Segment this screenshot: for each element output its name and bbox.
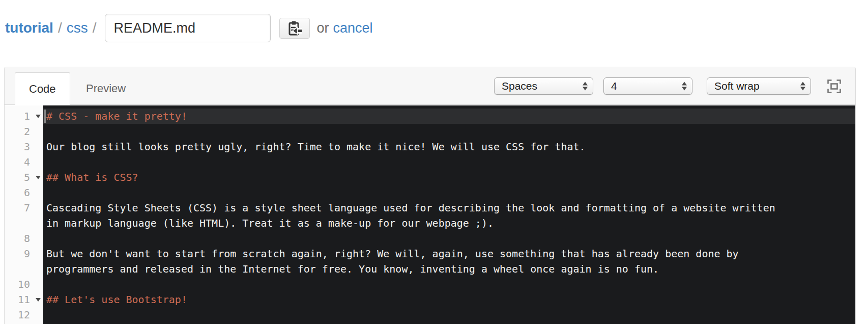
gutter-row[interactable]: 8	[5, 231, 43, 246]
line-number: 9	[24, 248, 30, 260]
indent-mode-select[interactable]: Spaces	[494, 77, 593, 95]
tab-preview-label: Preview	[86, 82, 126, 95]
code-text: in markup language (like HTML). Treat it…	[46, 217, 494, 229]
code-text: programmers and released in the Internet…	[46, 263, 659, 275]
line-number: 7	[24, 202, 30, 214]
indent-size-select[interactable]: 4	[603, 77, 692, 95]
code-line[interactable]	[43, 307, 855, 322]
gutter-row[interactable]: 2	[5, 124, 43, 139]
code-line[interactable]: ## What is CSS?	[43, 170, 855, 185]
fold-arrow-icon[interactable]	[36, 176, 41, 179]
line-number: 5	[24, 171, 30, 183]
gutter-row[interactable]: 7	[5, 200, 43, 215]
tab-preview[interactable]: Preview	[81, 72, 131, 104]
cancel-link[interactable]: cancel	[333, 20, 372, 36]
indent-mode-value: Spaces	[502, 80, 537, 92]
line-number: 11	[18, 293, 30, 306]
code-text: ## Let's use Bootstrap!	[46, 293, 187, 306]
code-text: Our blog still looks pretty ugly, right?…	[46, 141, 586, 153]
code-line[interactable]: ## Let's use Bootstrap!	[43, 292, 855, 307]
code-text: # CSS - make it pretty!	[46, 110, 187, 122]
line-number: 1	[24, 110, 30, 122]
breadcrumb-separator: /	[53, 20, 67, 36]
select-arrows-icon	[682, 82, 687, 91]
code-line[interactable]: Cascading Style Sheets (CSS) is a style …	[43, 200, 855, 215]
editor-gutter: 12345678910111213	[5, 105, 43, 324]
gutter-row[interactable]	[5, 261, 43, 277]
wrap-mode-select[interactable]: Soft wrap	[707, 77, 811, 95]
select-arrows-icon	[800, 82, 805, 91]
filename-input[interactable]	[105, 14, 271, 42]
text-cursor	[44, 110, 46, 123]
code-line[interactable]: Our blog still looks pretty ugly, right?…	[43, 139, 855, 154]
line-number: 2	[24, 125, 30, 138]
gutter-row[interactable]	[5, 215, 43, 231]
indent-size-value: 4	[611, 80, 617, 92]
file-path-header: tutorial / css / or cancel	[5, 14, 373, 42]
code-line[interactable]	[43, 124, 855, 139]
or-label: or	[316, 20, 329, 36]
code-text: ## What is CSS?	[46, 171, 138, 183]
line-number: 3	[24, 141, 30, 153]
code-line[interactable]: in markup language (like HTML). Treat it…	[43, 215, 855, 231]
fold-arrow-icon[interactable]	[36, 298, 41, 302]
gutter-row[interactable]: 9	[5, 246, 43, 261]
gutter-row[interactable]: 5	[5, 170, 43, 185]
editor-header: Code Preview Spaces 4 Soft wrap	[5, 67, 855, 105]
line-number: 6	[24, 186, 30, 199]
code-editor-body: 12345678910111213 # CSS - make it pretty…	[5, 105, 855, 324]
gutter-row[interactable]: 4	[5, 154, 43, 170]
line-number: 8	[24, 232, 30, 245]
code-line[interactable]: programmers and released in the Internet…	[43, 261, 855, 277]
code-text: Cascading Style Sheets (CSS) is a style …	[46, 202, 775, 214]
breadcrumb-folder-link[interactable]: css	[67, 20, 88, 36]
gutter-row[interactable]: 6	[5, 185, 43, 200]
code-line[interactable]	[43, 231, 855, 246]
gutter-row[interactable]: 1	[5, 109, 43, 124]
line-number: 12	[18, 309, 30, 321]
gutter-row[interactable]: 12	[5, 307, 43, 322]
gutter-row[interactable]: 3	[5, 139, 43, 154]
breadcrumb-separator: /	[88, 20, 101, 36]
line-number: 10	[18, 278, 30, 290]
editor-toolbar: Spaces 4 Soft wrap	[494, 67, 842, 105]
code-line[interactable]: # CSS - make it pretty!	[43, 109, 855, 124]
clipboard-arrow-icon	[287, 20, 303, 36]
fullscreen-button[interactable]	[826, 78, 842, 94]
screen-full-icon	[827, 79, 842, 94]
wrap-mode-value: Soft wrap	[714, 80, 760, 92]
code-text: But we don't want to start from scratch …	[46, 248, 739, 260]
gutter-row[interactable]: 11	[5, 292, 43, 307]
code-line[interactable]	[43, 185, 855, 200]
gutter-row[interactable]: 10	[5, 277, 43, 292]
code-line[interactable]: But we don't want to start from scratch …	[43, 246, 855, 261]
paste-filename-button[interactable]	[279, 18, 310, 39]
breadcrumb-repo-link[interactable]: tutorial	[5, 20, 53, 36]
file-editor: Code Preview Spaces 4 Soft wrap	[4, 67, 856, 324]
tab-code-label: Code	[29, 83, 56, 96]
tab-code[interactable]: Code	[15, 72, 70, 105]
line-number: 4	[24, 156, 30, 168]
fold-arrow-icon[interactable]	[36, 115, 41, 118]
editor-code[interactable]: # CSS - make it pretty!Our blog still lo…	[43, 105, 855, 324]
code-line[interactable]	[43, 154, 855, 170]
select-arrows-icon	[583, 82, 588, 91]
code-line[interactable]	[43, 277, 855, 292]
